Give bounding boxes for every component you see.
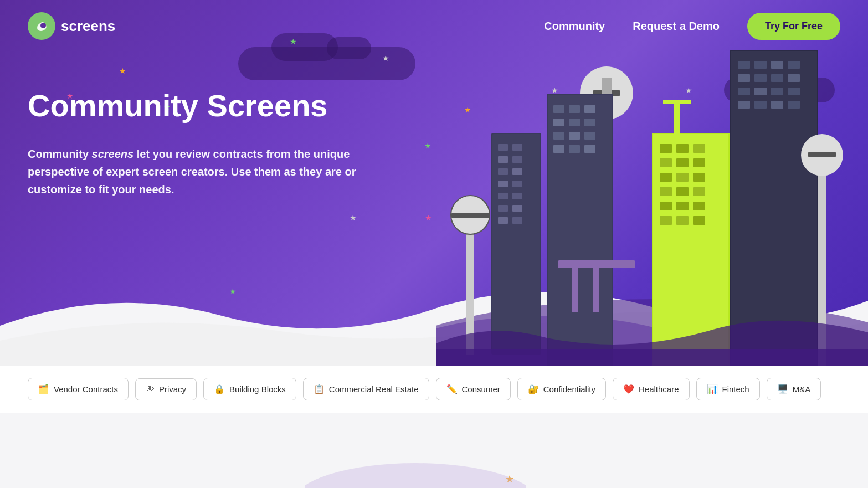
svg-rect-33 [553, 119, 564, 126]
star: ★ [350, 213, 357, 222]
chip-label-healthcare: Healthcare [639, 384, 679, 394]
svg-rect-55 [693, 173, 705, 182]
star: ★ [424, 141, 432, 150]
svg-rect-69 [738, 61, 750, 69]
svg-rect-77 [738, 88, 750, 95]
hero-section: ★★★★★★★★★★★★★★ screens Community Request… [0, 0, 868, 366]
filter-chip-consumer[interactable]: ✏️Consumer [436, 378, 511, 400]
svg-rect-54 [676, 173, 689, 182]
svg-rect-23 [451, 213, 490, 218]
svg-rect-11 [498, 181, 508, 187]
svg-rect-31 [569, 105, 580, 113]
cloud-1 [238, 47, 415, 80]
svg-rect-9 [498, 168, 508, 175]
logo-icon [28, 12, 55, 40]
svg-rect-34 [569, 119, 580, 126]
svg-rect-18 [512, 217, 522, 224]
chip-icon-privacy: 👁 [146, 384, 155, 394]
svg-rect-80 [788, 88, 800, 95]
chip-label-confidentiality: Confidentiality [543, 384, 595, 394]
chip-icon-m-and-a: 🖥️ [777, 384, 788, 394]
svg-rect-35 [584, 119, 595, 126]
svg-rect-48 [676, 144, 689, 153]
star: ★ [119, 66, 126, 75]
svg-rect-78 [754, 88, 767, 95]
svg-rect-44 [593, 268, 599, 312]
filter-chip-healthcare[interactable]: ❤️Healthcare [613, 378, 690, 400]
nav-links: Community Request a Demo Try For Free [544, 13, 840, 40]
filter-chip-confidentiality[interactable]: 🔐Confidentiality [517, 378, 606, 400]
chip-icon-vendor-contracts: 🗂️ [38, 384, 49, 394]
svg-rect-59 [660, 202, 672, 210]
svg-rect-7 [498, 156, 508, 163]
svg-rect-75 [771, 74, 783, 82]
svg-rect-36 [553, 132, 564, 140]
svg-rect-52 [693, 158, 705, 167]
bottom-hills [305, 458, 526, 488]
svg-rect-49 [693, 144, 705, 153]
svg-rect-63 [676, 216, 689, 225]
hero-content: Community Screens Community screens let … [28, 89, 404, 198]
svg-rect-83 [771, 101, 783, 109]
svg-rect-37 [569, 132, 580, 140]
svg-rect-81 [738, 101, 750, 109]
svg-rect-74 [754, 74, 767, 82]
try-for-free-button[interactable]: Try For Free [747, 13, 840, 40]
navbar: screens Community Request a Demo Try For… [0, 0, 868, 52]
chip-label-m-and-a: M&A [793, 384, 811, 394]
svg-rect-72 [788, 61, 800, 69]
svg-rect-71 [771, 61, 783, 69]
svg-rect-17 [498, 217, 508, 224]
svg-rect-84 [788, 101, 800, 109]
chip-label-fintech: Fintech [722, 384, 749, 394]
svg-rect-87 [808, 152, 836, 157]
svg-rect-15 [498, 205, 508, 212]
svg-rect-13 [498, 193, 508, 199]
chip-icon-fintech: 📊 [707, 384, 718, 394]
svg-rect-38 [584, 132, 595, 140]
svg-rect-70 [754, 61, 767, 69]
chip-label-building-blocks: Building Blocks [229, 384, 286, 394]
filter-chip-commercial-real-estate[interactable]: 📋Commercial Real Estate [303, 378, 429, 400]
svg-rect-65 [674, 100, 680, 136]
svg-point-89 [305, 463, 526, 488]
logo[interactable]: screens [28, 12, 115, 40]
filter-chip-privacy[interactable]: 👁Privacy [135, 378, 197, 400]
filter-chip-building-blocks[interactable]: 🔒Building Blocks [203, 378, 296, 400]
svg-rect-62 [660, 216, 672, 225]
svg-rect-58 [693, 187, 705, 196]
svg-rect-51 [676, 158, 689, 167]
svg-rect-47 [660, 144, 672, 153]
svg-point-0 [40, 23, 46, 28]
svg-rect-6 [512, 144, 522, 151]
chip-icon-consumer: ✏️ [446, 384, 458, 394]
svg-rect-43 [572, 268, 578, 312]
svg-rect-66 [663, 100, 691, 104]
svg-rect-76 [788, 74, 800, 82]
svg-rect-10 [512, 168, 522, 175]
filter-chip-vendor-contracts[interactable]: 🗂️Vendor Contracts [28, 378, 129, 400]
svg-rect-60 [676, 202, 689, 210]
filter-bar: 🗂️Vendor Contracts👁Privacy🔒Building Bloc… [0, 366, 868, 413]
nav-community[interactable]: Community [544, 20, 605, 33]
svg-rect-5 [498, 144, 508, 151]
hero-description: Community screens let you review contrac… [28, 145, 404, 198]
svg-rect-50 [660, 158, 672, 167]
svg-rect-53 [660, 173, 672, 182]
svg-rect-40 [569, 145, 580, 153]
filter-chip-m-and-a[interactable]: 🖥️M&A [767, 378, 821, 400]
svg-rect-79 [771, 88, 783, 95]
svg-rect-57 [676, 187, 689, 196]
svg-rect-64 [693, 216, 705, 225]
svg-rect-73 [738, 74, 750, 82]
city-illustration [436, 22, 868, 366]
filter-chip-fintech[interactable]: 📊Fintech [696, 378, 760, 400]
nav-request-demo[interactable]: Request a Demo [633, 20, 720, 33]
svg-rect-41 [584, 145, 595, 153]
svg-rect-32 [584, 105, 595, 113]
svg-rect-16 [512, 205, 522, 212]
chip-icon-commercial-real-estate: 📋 [314, 384, 325, 394]
chip-icon-building-blocks: 🔒 [214, 384, 225, 394]
chip-label-consumer: Consumer [462, 384, 500, 394]
chip-label-commercial-real-estate: Commercial Real Estate [329, 384, 419, 394]
